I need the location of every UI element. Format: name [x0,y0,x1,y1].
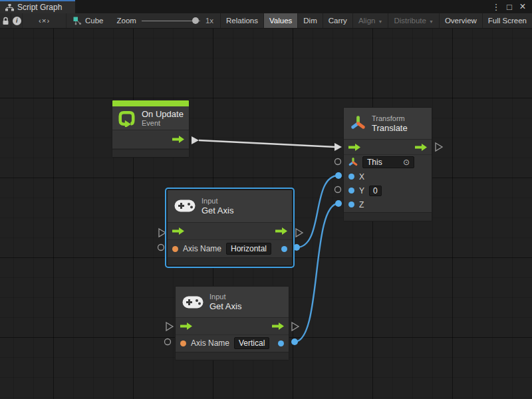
flow-row [176,318,289,335]
value-port-icon[interactable] [348,174,354,180]
zoom-slider-handle[interactable] [192,17,199,24]
port-endpoint-getaxis-h-out[interactable] [293,244,300,251]
flow-triangle-translate-out[interactable] [436,143,442,151]
maximize-icon[interactable]: □ [504,2,515,12]
port-label-axis-name: Axis Name [191,338,229,348]
axis-name-field[interactable]: Horizontal [226,243,271,255]
port-circle-translate-y[interactable] [335,187,341,193]
port-endpoint-getaxis-v-out[interactable] [291,338,298,345]
transform-mini-icon [348,158,358,167]
flow-arrow-out-icon[interactable] [275,227,287,235]
object-picker-icon[interactable]: ⊙ [403,159,410,166]
chevron-down-icon: ▼ [429,19,434,24]
carry-button[interactable]: Carry [323,13,352,28]
value-wire-vertical-to-z[interactable] [295,203,338,342]
code-view-button[interactable]: ‹×› [23,13,66,28]
chevron-down-icon: ▼ [378,19,382,24]
dim-button[interactable]: Dim [297,13,322,28]
port-endpoint-translate-x[interactable] [335,172,342,179]
flow-input-triangle-translate[interactable] [334,143,342,151]
this-value: This [367,158,382,167]
string-port-icon[interactable] [172,246,178,252]
window-tab-bar: Script Graph ⋮ □ × [0,0,532,13]
flow-arrow-out-icon[interactable] [272,323,284,330]
flow-triangle-getaxis-v-in[interactable] [166,323,173,331]
node-category: Input [209,293,241,301]
graph-icon [5,4,14,11]
node-translate[interactable]: Transform Translate This ⊙ [343,107,432,221]
y-value-field[interactable]: 0 [369,186,382,196]
values-button[interactable]: Values [263,13,297,28]
axis-name-field[interactable]: Vertical [234,337,269,349]
port-label-z: Z [359,200,364,209]
node-footer [344,212,432,221]
flow-row [344,140,432,155]
flow-arrow-out-icon[interactable] [415,144,427,151]
port-endpoint-translate-z[interactable] [335,200,342,207]
graph-target[interactable]: Cube [66,13,110,28]
flow-arrow-in-icon[interactable] [180,323,192,330]
tab-script-graph[interactable]: Script Graph [0,0,75,13]
value-wire-horizontal-to-x[interactable] [297,176,338,247]
close-icon[interactable]: × [517,1,528,13]
node-titles: Input Get Axis [209,293,241,311]
graph-toolbar: i ‹×› Cube Zoom 1x Relations Values Dim … [0,13,532,29]
node-header: Input Get Axis [168,190,292,223]
port-circle-getaxis-h-name[interactable] [158,245,164,251]
node-category: Transform [372,114,408,123]
port-label-y: Y [359,186,364,196]
fullscreen-button[interactable]: Full Screen [482,13,532,28]
flow-arrow-in-icon[interactable] [348,144,360,151]
flow-arrow-out-icon[interactable] [172,136,184,143]
node-titles: Transform Translate [372,114,408,133]
zoom-label: Zoom [116,17,136,25]
axis-name-value: Horizontal [231,244,267,253]
menu-icon[interactable]: ⋮ [491,2,501,12]
flow-arrow-in-icon[interactable] [172,227,184,235]
node-titles: On Update Event [142,109,184,128]
node-footer [168,257,292,265]
toolbar-toggles: Relations Values Dim Carry Align ▼ Distr… [220,13,532,28]
port-row-y: Y 0 [344,184,432,198]
align-dropdown[interactable]: Align ▼ [352,13,388,28]
node-header: On Update Event [112,106,189,131]
value-port-icon[interactable] [348,188,354,194]
zoom-value: 1x [205,17,213,25]
relations-button[interactable]: Relations [220,13,263,28]
code-icon: ‹×› [39,17,50,25]
zoom-slider[interactable] [142,17,200,24]
node-on-update[interactable]: On Update Event [112,100,190,158]
node-subtitle: Event [142,119,184,128]
graph-target-label: Cube [85,17,104,25]
flow-output-triangle-on-update[interactable] [192,136,199,144]
value-port-icon[interactable] [281,246,287,252]
string-port-icon[interactable] [180,340,186,346]
axis-name-value: Vertical [239,338,265,348]
node-title: Get Axis [201,205,233,215]
flow-triangle-getaxis-v-out[interactable] [292,323,299,331]
info-button[interactable]: i [11,13,23,28]
port-label-x: X [359,172,364,182]
node-get-axis-vertical[interactable]: Input Get Axis Axis Name Vertical [175,286,289,360]
overview-button[interactable]: Overview [439,13,482,28]
port-circle-translate-this[interactable] [335,159,341,165]
node-graph-icon [73,17,82,25]
this-field[interactable]: This ⊙ [362,156,414,168]
node-title: Translate [372,123,408,133]
node-category: Input [201,197,233,205]
node-title: Get Axis [209,301,241,311]
node-header: Transform Translate [344,108,432,140]
gamepad-icon [174,200,196,212]
flow-triangle-getaxis-h-out[interactable] [296,229,303,237]
graph-canvas[interactable]: On Update Event Transform Translate [0,29,532,399]
lock-button[interactable] [0,13,11,28]
zoom-control: Zoom 1x [110,17,220,25]
value-port-icon[interactable] [278,340,284,346]
flow-triangle-getaxis-h-in[interactable] [159,229,166,237]
port-circle-getaxis-v-name[interactable] [165,339,171,345]
value-port-icon[interactable] [348,201,354,207]
port-row-axis-name: Axis Name Horizontal [168,240,292,257]
node-get-axis-horizontal[interactable]: Input Get Axis Axis Name Horizontal [167,190,293,266]
distribute-dropdown[interactable]: Distribute ▼ [388,13,439,28]
control-wire[interactable] [199,140,335,147]
